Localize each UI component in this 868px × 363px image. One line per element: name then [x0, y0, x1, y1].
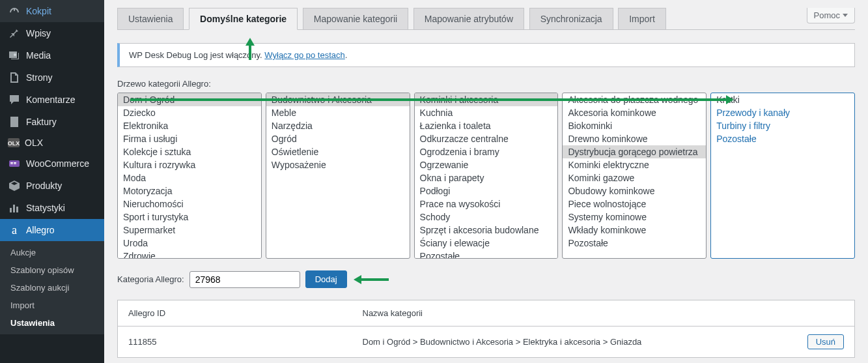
add-category-button[interactable]: Dodaj — [305, 270, 347, 288]
tree-col-1[interactable]: Dom i OgródDzieckoElektronikaFirma i usł… — [117, 93, 262, 259]
sidebar-item-woocommerce[interactable]: WooCommerce — [0, 152, 104, 175]
tree-option[interactable]: Okna i parapety — [415, 171, 558, 184]
tree-option[interactable]: Odkurzacze centralne — [415, 132, 558, 145]
sidebar-submenu: Aukcje Szablony opisów Szablony aukcji I… — [0, 241, 104, 334]
tree-option[interactable]: Drewno kominkowe — [563, 132, 706, 145]
notice-link[interactable]: Wyłącz go po testach — [264, 50, 344, 60]
tree-option[interactable]: Przewody i kanały — [711, 106, 854, 119]
tree-option[interactable]: Pozostałe — [563, 237, 706, 250]
sidebar-item-products[interactable]: Produkty — [0, 175, 104, 197]
debug-notice: WP Desk Debug Log jest włączony. Wyłącz … — [117, 43, 855, 67]
cell-actions: Usuń — [797, 327, 855, 358]
tree-option[interactable]: Dystrybucja gorącego powietrza — [563, 145, 706, 158]
sidebar-sub-auction-templates[interactable]: Szablony aukcji — [0, 279, 104, 297]
tree-option[interactable]: Kultura i rozrywka — [118, 158, 261, 171]
notice-suffix: . — [345, 50, 348, 60]
tree-option[interactable]: Akcesoria kominkowe — [563, 106, 706, 119]
tree-option[interactable]: Łazienka i toaleta — [415, 119, 558, 132]
tree-col-4[interactable]: Akcesoria do płaszcza wodnegoAkcesoria k… — [562, 93, 707, 259]
tree-option[interactable]: Ściany i elewacje — [415, 237, 558, 250]
media-icon — [8, 49, 21, 62]
sidebar-item-dashboard[interactable]: Kokpit — [0, 0, 104, 22]
sidebar-item-comments[interactable]: Komentarze — [0, 89, 104, 111]
tree-option[interactable]: Ogrodzenia i bramy — [415, 145, 558, 158]
tree-option[interactable]: Obudowy kominkowe — [563, 184, 706, 197]
tree-option[interactable]: Zdrowie — [118, 250, 261, 259]
tree-option[interactable]: Narzędzia — [266, 119, 410, 132]
sidebar-sub-import[interactable]: Import — [0, 297, 104, 314]
tree-option[interactable]: Supermarket — [118, 224, 261, 237]
help-label: Pomoc — [814, 10, 840, 20]
sidebar-item-label: Wpisy — [26, 28, 51, 38]
tab-default-categories[interactable]: Domyślne kategorie — [189, 8, 298, 30]
tree-option[interactable]: Uroda — [118, 237, 261, 250]
category-input-row: Kategoria Allegro: Dodaj — [117, 270, 855, 288]
annotation-arrow-right-icon — [130, 98, 726, 101]
tab-category-mapping[interactable]: Mapowanie kategorii — [303, 8, 408, 29]
tree-option[interactable]: Kominki elektryczne — [563, 158, 706, 171]
tree-option[interactable]: Kuchnia — [415, 106, 558, 119]
tree-option[interactable]: Firma i usługi — [118, 132, 261, 145]
tree-option[interactable]: Sprzęt i akcesoria budowlane — [415, 224, 558, 237]
tree-option[interactable]: Nieruchomości — [118, 197, 261, 211]
tree-option[interactable]: Oświetlenie — [266, 145, 410, 158]
annotation-arrow-up-icon — [245, 38, 255, 46]
tree-option[interactable]: Prace na wysokości — [415, 197, 558, 211]
sidebar-item-pages[interactable]: Strony — [0, 66, 104, 89]
olx-icon: OLX — [8, 138, 20, 147]
table-row: 111855Dom i Ogród > Budownictwo i Akceso… — [118, 327, 855, 358]
help-toggle[interactable]: Pomoc — [807, 8, 855, 23]
tree-option[interactable]: Ogrzewanie — [415, 158, 558, 171]
tree-option[interactable]: Turbiny i filtry — [711, 119, 854, 132]
tab-attribute-mapping[interactable]: Mapowanie atrybutów — [413, 8, 524, 29]
tree-option[interactable]: Biokominki — [563, 119, 706, 132]
category-input-label: Kategoria Allegro: — [117, 274, 184, 284]
table-header-name: Nazwa kategorii — [352, 300, 797, 327]
tree-option[interactable]: Ogród — [266, 132, 410, 145]
tree-option[interactable]: Meble — [266, 106, 410, 119]
tree-col-2[interactable]: Budownictwo i AkcesoriaMebleNarzędziaOgr… — [266, 93, 410, 259]
tree-option[interactable]: Pozostałe — [415, 250, 558, 259]
tree-option[interactable]: Kolekcje i sztuka — [118, 145, 261, 158]
sidebar-item-allegro[interactable]: a Allegro — [0, 219, 104, 241]
sidebar-item-olx[interactable]: OLX OLX — [0, 133, 104, 152]
woocommerce-icon — [8, 157, 21, 170]
tree-option[interactable]: Schody — [415, 211, 558, 224]
sidebar-item-invoices[interactable]: Faktury — [0, 111, 104, 133]
table-header-actions — [797, 300, 855, 327]
tree-option[interactable]: Moda — [118, 171, 261, 184]
sidebar-item-label: WooCommerce — [26, 158, 89, 169]
comment-icon — [8, 93, 21, 106]
settings-tabs: Ustawienia Domyślne kategorie Mapowanie … — [117, 8, 855, 30]
tree-option[interactable]: Elektronika — [118, 119, 261, 132]
tree-option[interactable]: Motoryzacja — [118, 184, 261, 197]
tree-option[interactable]: Podłogi — [415, 184, 558, 197]
sidebar-item-media[interactable]: Media — [0, 44, 104, 66]
sidebar-item-stats[interactable]: Statystyki — [0, 197, 104, 219]
tree-option[interactable]: Kominki gazowe — [563, 171, 706, 184]
tree-col-3[interactable]: Kominki i akcesoriaKuchniaŁazienka i toa… — [414, 93, 559, 259]
tab-sync[interactable]: Synchronizacja — [529, 8, 613, 29]
sidebar-sub-desc-templates[interactable]: Szablony opisów — [0, 261, 104, 279]
tab-import[interactable]: Import — [618, 8, 666, 29]
sidebar-item-label: Faktury — [26, 117, 57, 127]
tree-option[interactable]: Pozostałe — [711, 132, 854, 145]
tree-option[interactable]: Wyposażenie — [266, 158, 410, 171]
main-content: Pomoc Ustawienia Domyślne kategorie Mapo… — [104, 0, 868, 363]
tree-option[interactable]: Systemy kominowe — [563, 211, 706, 224]
category-table-body: 111855Dom i Ogród > Budownictwo i Akceso… — [118, 327, 855, 358]
sidebar-sub-settings[interactable]: Ustawienia — [0, 314, 104, 332]
category-id-input[interactable] — [189, 271, 300, 288]
tree-option[interactable]: Piece wolnostojące — [563, 197, 706, 211]
tree-option[interactable]: Wkłady kominkowe — [563, 224, 706, 237]
tree-col-5[interactable]: KratkiPrzewody i kanałyTurbiny i filtryP… — [710, 93, 855, 259]
tab-settings[interactable]: Ustawienia — [117, 8, 184, 29]
sidebar-item-label: Allegro — [26, 225, 55, 235]
tree-option[interactable]: Sport i turystyka — [118, 211, 261, 224]
annotation-arrow-left-icon — [361, 278, 389, 281]
delete-category-button[interactable]: Usuń — [807, 334, 844, 349]
sidebar-sub-auctions[interactable]: Aukcje — [0, 244, 104, 261]
sidebar-item-label: Media — [26, 50, 51, 61]
tree-option[interactable]: Dziecko — [118, 106, 261, 119]
sidebar-item-posts[interactable]: Wpisy — [0, 22, 104, 44]
